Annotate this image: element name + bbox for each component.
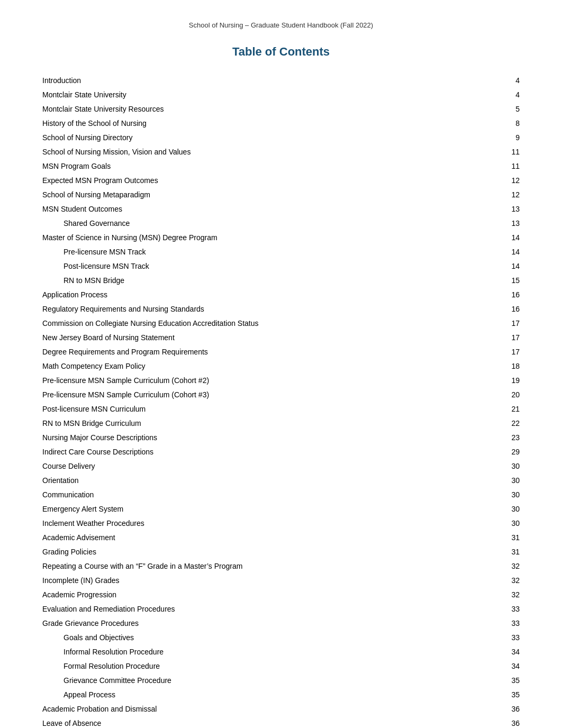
toc-entry-label: Shared Governance — [42, 216, 502, 231]
toc-entry-page: 36 — [502, 716, 520, 728]
toc-entry-page: 33 — [502, 631, 520, 645]
toc-entry-label: Montclair State University — [42, 88, 502, 102]
toc-entry-page: 33 — [502, 602, 520, 616]
toc-entry-page: 11 — [502, 159, 520, 174]
toc-entry-page: 8 — [502, 116, 520, 131]
toc-row: Grievance Committee Procedure35 — [42, 674, 520, 688]
toc-entry-page: 16 — [502, 288, 520, 302]
toc-entry-label: Academic Progression — [42, 588, 502, 602]
toc-row: Degree Requirements and Program Requirem… — [42, 345, 520, 359]
toc-row: Shared Governance13 — [42, 216, 520, 231]
header-title: School of Nursing – Graduate Student Han… — [189, 21, 373, 29]
toc-entry-label: Montclair State University Resources — [42, 102, 502, 116]
toc-row: School of Nursing Directory9 — [42, 131, 520, 145]
toc-row: Nursing Major Course Descriptions23 — [42, 431, 520, 445]
toc-entry-page: 11 — [502, 145, 520, 159]
toc-entry-label: Indirect Care Course Descriptions — [42, 445, 502, 459]
toc-row: Post-licensure MSN Track14 — [42, 259, 520, 274]
toc-entry-page: 15 — [502, 274, 520, 288]
toc-entry-label: Evaluation and Remediation Procedures — [42, 602, 502, 616]
toc-entry-label: Master of Science in Nursing (MSN) Degre… — [42, 231, 502, 245]
toc-entry-page: 19 — [502, 374, 520, 388]
toc-entry-page: 21 — [502, 402, 520, 416]
toc-row: Repeating a Course with an “F” Grade in … — [42, 559, 520, 574]
toc-entry-page: 29 — [502, 445, 520, 459]
toc-title: Table of Contents — [42, 45, 520, 59]
toc-entry-label: School of Nursing Metaparadigm — [42, 188, 502, 202]
toc-row: Application Process16 — [42, 288, 520, 302]
toc-entry-label: Academic Probation and Dismissal — [42, 702, 502, 716]
toc-entry-label: Pre-licensure MSN Sample Curriculum (Coh… — [42, 374, 502, 388]
toc-entry-label: Grading Policies — [42, 545, 502, 559]
toc-row: Math Competency Exam Policy18 — [42, 359, 520, 374]
toc-row: Appeal Process35 — [42, 688, 520, 702]
page-container: School of Nursing – Graduate Student Han… — [0, 0, 562, 728]
toc-row: Pre-licensure MSN Sample Curriculum (Coh… — [42, 388, 520, 402]
toc-entry-label: Leave of Absence — [42, 716, 502, 728]
toc-entry-label: School of Nursing Mission, Vision and Va… — [42, 145, 502, 159]
toc-row: MSN Student Outcomes13 — [42, 202, 520, 216]
toc-entry-label: Grievance Committee Procedure — [42, 674, 502, 688]
toc-entry-label: Expected MSN Program Outcomes — [42, 174, 502, 188]
toc-entry-page: 32 — [502, 574, 520, 588]
toc-entry-page: 30 — [502, 516, 520, 531]
toc-entry-label: Inclement Weather Procedures — [42, 516, 502, 531]
toc-entry-label: Degree Requirements and Program Requirem… — [42, 345, 502, 359]
toc-entry-label: Pre-licensure MSN Sample Curriculum (Coh… — [42, 388, 502, 402]
toc-row: School of Nursing Metaparadigm12 — [42, 188, 520, 202]
toc-entry-page: 4 — [502, 74, 520, 88]
toc-row: Leave of Absence36 — [42, 716, 520, 728]
toc-row: Indirect Care Course Descriptions29 — [42, 445, 520, 459]
toc-row: Formal Resolution Procedure34 — [42, 659, 520, 674]
toc-entry-page: 36 — [502, 702, 520, 716]
toc-row: Commission on Collegiate Nursing Educati… — [42, 316, 520, 331]
toc-entry-page: 22 — [502, 416, 520, 431]
toc-entry-page: 34 — [502, 659, 520, 674]
toc-entry-label: History of the School of Nursing — [42, 116, 502, 131]
toc-row: Academic Progression32 — [42, 588, 520, 602]
toc-entry-label: Introduction — [42, 74, 502, 88]
toc-entry-label: Course Delivery — [42, 459, 502, 474]
toc-entry-label: Commission on Collegiate Nursing Educati… — [42, 316, 502, 331]
toc-entry-page: 18 — [502, 359, 520, 374]
toc-row: Emergency Alert System30 — [42, 502, 520, 516]
toc-entry-label: Application Process — [42, 288, 502, 302]
toc-entry-page: 32 — [502, 588, 520, 602]
toc-entry-label: Appeal Process — [42, 688, 502, 702]
toc-entry-page: 13 — [502, 216, 520, 231]
toc-entry-label: RN to MSN Bridge Curriculum — [42, 416, 502, 431]
toc-entry-page: 30 — [502, 502, 520, 516]
toc-entry-label: Goals and Objectives — [42, 631, 502, 645]
toc-row: RN to MSN Bridge15 — [42, 274, 520, 288]
toc-entry-page: 4 — [502, 88, 520, 102]
page-header: School of Nursing – Graduate Student Han… — [42, 21, 520, 29]
toc-entry-label: MSN Program Goals — [42, 159, 502, 174]
toc-entry-page: 30 — [502, 474, 520, 488]
toc-table: Introduction4Montclair State University4… — [42, 74, 520, 728]
toc-entry-label: Grade Grievance Procedures — [42, 616, 502, 631]
toc-entry-label: MSN Student Outcomes — [42, 202, 502, 216]
toc-entry-label: Orientation — [42, 474, 502, 488]
toc-entry-page: 16 — [502, 302, 520, 316]
toc-entry-page: 30 — [502, 488, 520, 502]
toc-heading-text: Table of Contents — [232, 45, 330, 58]
toc-entry-label: Emergency Alert System — [42, 502, 502, 516]
toc-entry-page: 35 — [502, 674, 520, 688]
toc-entry-label: Post-licensure MSN Track — [42, 259, 502, 274]
toc-entry-page: 34 — [502, 645, 520, 659]
toc-row: Montclair State University4 — [42, 88, 520, 102]
toc-entry-label: New Jersey Board of Nursing Statement — [42, 331, 502, 345]
toc-row: Incomplete (IN) Grades32 — [42, 574, 520, 588]
toc-entry-label: Communication — [42, 488, 502, 502]
toc-entry-page: 20 — [502, 388, 520, 402]
toc-entry-label: Regulatory Requirements and Nursing Stan… — [42, 302, 502, 316]
toc-entry-page: 35 — [502, 688, 520, 702]
toc-row: Orientation30 — [42, 474, 520, 488]
toc-entry-page: 14 — [502, 259, 520, 274]
toc-row: History of the School of Nursing8 — [42, 116, 520, 131]
toc-row: Montclair State University Resources5 — [42, 102, 520, 116]
toc-entry-label: Nursing Major Course Descriptions — [42, 431, 502, 445]
toc-row: Master of Science in Nursing (MSN) Degre… — [42, 231, 520, 245]
toc-entry-label: Academic Advisement — [42, 531, 502, 545]
toc-row: Pre-licensure MSN Sample Curriculum (Coh… — [42, 374, 520, 388]
